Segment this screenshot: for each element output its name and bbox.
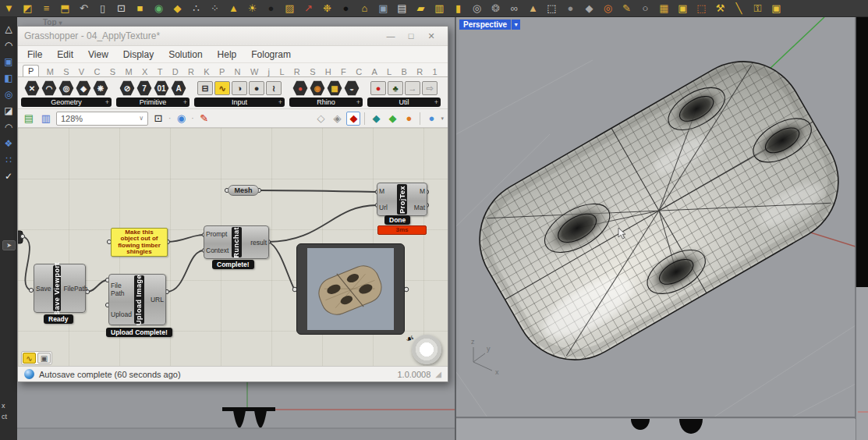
port-out[interactable]: URL [151,296,164,303]
shade-toggle-icon[interactable]: ◩ [20,2,35,16]
perspective-viewport-label[interactable]: Perspective [459,20,511,30]
category-tab[interactable]: j [266,67,272,76]
group-expand-icon[interactable]: + [183,98,187,107]
filter-icon[interactable]: ▼ [2,2,16,16]
group-label[interactable]: Geometry+ [21,98,112,107]
port-in[interactable]: Context [206,247,229,254]
left-toolbar-flyout[interactable]: ➤ [2,240,16,250]
resize-grip[interactable]: ◢ [435,370,441,378]
magnifier-icon[interactable]: ○ [638,2,653,16]
arrow-solid-icon[interactable]: → [405,81,420,95]
component-name-bar[interactable]: ProjTex [397,184,407,215]
honeycomb-icon[interactable]: ▦ [327,80,342,96]
point-cloud-icon[interactable]: ∴ [189,2,204,16]
category-tab[interactable]: A [369,67,379,76]
sketch-pen-icon[interactable]: ✎ [197,112,211,126]
striped-sphere-icon[interactable]: ◒ [344,80,360,96]
lock-note-icon[interactable]: ▤ [395,2,409,16]
graph-toggle-icon[interactable]: ∿ [23,353,36,364]
teal-gem-icon[interactable]: ◆ [369,112,383,126]
point-grid-icon[interactable]: ∷ [2,153,16,166]
category-tab[interactable]: D [170,67,181,76]
curve-node-icon[interactable]: ◠ [2,38,16,51]
rhino-sphere-icon[interactable]: ● [292,80,308,96]
port-in[interactable]: Prompt [206,230,229,238]
minimize-button[interactable]: — [381,31,401,41]
category-tab[interactable]: L [384,67,394,76]
prim-icon-2[interactable]: 7 [136,80,152,96]
clipboard-icon[interactable]: ▯ [95,2,110,16]
polyline-icon[interactable]: △ [2,22,16,35]
port-in[interactable]: Url [379,204,395,211]
geo-icon-3[interactable]: ◎ [58,80,74,96]
category-tab[interactable]: C [92,67,103,76]
ellipse-icon[interactable]: ◎ [2,87,16,101]
grasshopper-titlebar[interactable]: Grasshopper - 04_ApplyTexture* — □ ✕ [18,27,448,46]
perspective-viewport[interactable]: Perspective ▼ [456,17,868,440]
surface-blue-icon[interactable]: ◧ [2,71,16,84]
blue-orb-icon[interactable]: ● [424,112,438,126]
black-ball-icon[interactable]: ● [338,2,353,16]
port-in[interactable]: Save [36,285,51,293]
toggle-icon[interactable]: ◑ [232,81,247,95]
category-tab[interactable]: B [399,67,409,76]
grasshopper-canvas[interactable]: Save Save Viewport FilePath Ready File P… [18,128,448,366]
category-tab[interactable]: X [140,67,150,76]
preview-shaded-gem-icon[interactable]: ◆ [346,112,360,126]
gold-box-icon[interactable]: ▣ [675,2,690,16]
button-icon[interactable]: ● [249,81,264,95]
canvas-compass-widget[interactable]: ☙ [412,335,441,364]
preview-eye-icon[interactable]: ◉ [174,112,188,126]
close-button[interactable]: ✕ [421,31,441,41]
save-file-icon[interactable]: ▥ [39,112,53,126]
menu-item[interactable]: File [27,49,42,60]
category-tab[interactable]: L [277,67,286,76]
brush-icon[interactable]: ✎ [619,2,634,16]
cherry-icon[interactable]: ● [370,81,386,95]
group-expand-icon[interactable]: + [356,98,360,107]
dark-sphere-icon[interactable]: ● [264,2,278,16]
port-in[interactable]: File Path [111,282,132,297]
hatch-icon[interactable]: ▨ [282,2,297,16]
curve-input-icon[interactable]: ≀ [266,81,282,95]
category-tab[interactable]: R [414,67,425,76]
swirl-icon[interactable]: ❂ [488,2,503,16]
scatter-icon[interactable]: ⁘ [207,2,222,16]
zoom-level-select[interactable]: 128% ∨ [56,112,148,126]
selection-rect-icon[interactable]: ⬚ [544,2,559,16]
prim-icon-1[interactable]: ⊘ [119,80,135,96]
ball-trio-icon[interactable]: ❉ [320,2,335,16]
arc-icon[interactable]: ◠ [2,120,16,133]
chevron-down-icon[interactable]: ▾ [441,115,444,122]
menu-item[interactable]: Display [123,49,154,60]
chevron-down-icon[interactable]: ▼ [512,20,520,30]
category-tab[interactable]: F [338,67,349,76]
arrow-outline-icon[interactable]: ⇨ [422,81,438,95]
port-in[interactable]: Upload [111,310,132,318]
frame-box-icon[interactable]: ⬚ [694,2,709,16]
category-tab[interactable]: C [353,67,364,76]
open-file-icon[interactable]: ▤ [22,112,36,126]
port-out[interactable]: Mat [414,204,425,211]
plane-icon[interactable]: ▰ [413,2,428,16]
perspective-viewport-tab[interactable]: Perspective ▼ [459,20,520,30]
chain-icon[interactable]: ∞ [507,2,522,16]
undo-icon[interactable]: ↶ [76,2,91,16]
surface-icon[interactable]: ◆ [170,2,185,16]
group-label[interactable]: Rhino+ [289,98,363,107]
menu-item[interactable]: Help [218,49,237,60]
cone-sphere-icon[interactable]: ▲ [226,2,241,16]
keys-icon[interactable]: ⚿ [750,2,765,16]
sand-cone-icon[interactable]: ▲ [526,2,540,16]
grid-fence-icon[interactable]: ▦ [657,2,671,16]
move-squares-icon[interactable]: ❖ [2,137,16,150]
component-upload-image[interactable]: File Path Upload Upload Image URL [108,274,166,325]
spheres-icon[interactable]: ☀ [245,2,260,16]
component-name-bar[interactable]: Save Viewport [53,265,61,311]
tool-box-icon[interactable]: ▣ [769,2,784,16]
category-tab[interactable]: R [292,67,303,76]
color-wheel-icon[interactable]: ◉ [151,2,166,16]
target-icon[interactable]: ◎ [601,2,615,16]
camera-robot-icon[interactable]: ▣ [376,2,391,16]
component-name-bar[interactable]: Upload Image [134,275,144,324]
